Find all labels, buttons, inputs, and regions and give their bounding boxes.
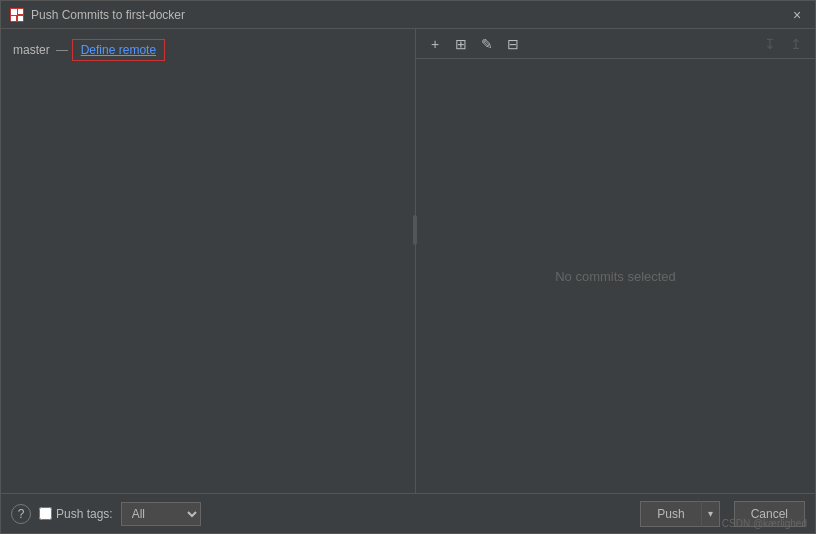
- push-button[interactable]: Push: [640, 501, 700, 527]
- no-commits-label: No commits selected: [555, 269, 676, 284]
- push-commits-dialog: Push Commits to first-docker × master De…: [0, 0, 816, 534]
- help-button[interactable]: ?: [11, 504, 31, 524]
- left-panel-content: [1, 71, 415, 493]
- svg-rect-2: [18, 9, 23, 14]
- svg-rect-4: [18, 16, 23, 21]
- svg-rect-1: [11, 9, 17, 15]
- title-bar: Push Commits to first-docker ×: [1, 1, 815, 29]
- branch-connector: [56, 50, 68, 51]
- right-panel: + ⊞ ✎ ⊟ ↧ ↥ No commits selected: [416, 29, 815, 493]
- footer: ? Push tags: All Push ▾ Cancel: [1, 493, 815, 533]
- app-icon: [9, 7, 25, 23]
- sort-asc-button[interactable]: ↥: [785, 33, 807, 55]
- left-panel: master Define remote: [1, 29, 416, 493]
- toolbar-right: ↧ ↥: [759, 33, 807, 55]
- image-button[interactable]: ⊟: [502, 33, 524, 55]
- push-dropdown-button[interactable]: ▾: [701, 501, 720, 527]
- main-content: master Define remote + ⊞ ✎ ⊟ ↧ ↥: [1, 29, 815, 493]
- push-tags-label: Push tags:: [56, 507, 113, 521]
- dialog-title: Push Commits to first-docker: [31, 8, 787, 22]
- branch-name: master: [13, 43, 50, 57]
- edit-button[interactable]: ✎: [476, 33, 498, 55]
- grid-button[interactable]: ⊞: [450, 33, 472, 55]
- push-tags-checkbox[interactable]: [39, 507, 52, 520]
- toolbar-left: + ⊞ ✎ ⊟: [424, 33, 524, 55]
- add-button[interactable]: +: [424, 33, 446, 55]
- sort-desc-button[interactable]: ↧: [759, 33, 781, 55]
- resize-handle[interactable]: [413, 215, 417, 245]
- watermark: CSDN @kærlighed: [722, 518, 807, 529]
- right-panel-content: No commits selected: [416, 59, 815, 493]
- push-tags-select[interactable]: All: [121, 502, 201, 526]
- right-toolbar: + ⊞ ✎ ⊟ ↧ ↥: [416, 29, 815, 59]
- svg-rect-3: [11, 16, 16, 21]
- push-button-group: Push ▾: [640, 501, 719, 527]
- branch-row: master Define remote: [1, 29, 415, 71]
- define-remote-button[interactable]: Define remote: [72, 39, 165, 61]
- close-button[interactable]: ×: [787, 5, 807, 25]
- push-tags-checkbox-group: Push tags:: [39, 507, 113, 521]
